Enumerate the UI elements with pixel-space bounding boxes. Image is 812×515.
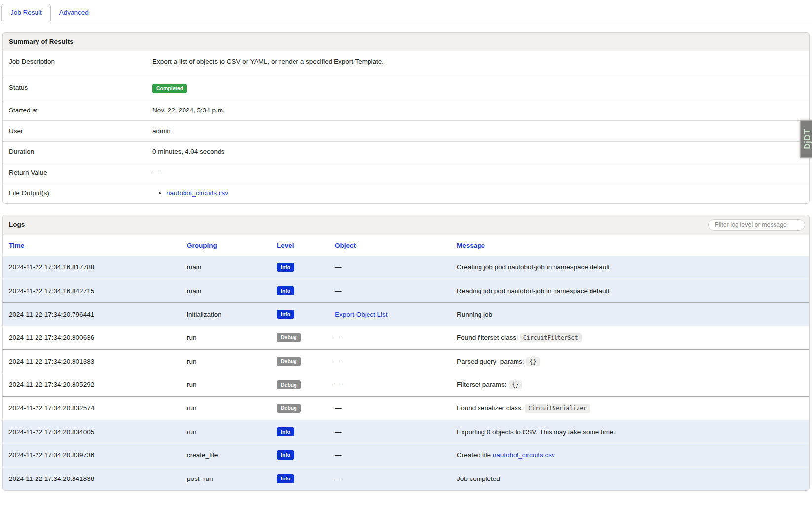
log-message: Job completed (451, 467, 809, 490)
log-time: 2024-11-22 17:34:20.832574 (3, 397, 181, 420)
summary-row-started-at: Started at Nov. 22, 2024, 5:34 p.m. (3, 100, 809, 121)
logs-panel: Logs Time Grouping Level Object Message … (2, 215, 810, 491)
log-message: Creating job pod nautobot-job in namespa… (451, 256, 809, 279)
log-row: 2024-11-22 17:34:16.842715 main Info — R… (3, 279, 809, 303)
log-level-badge: Debug (277, 404, 301, 413)
log-time: 2024-11-22 17:34:20.800636 (3, 326, 181, 350)
log-row: 2024-11-22 17:34:20.805292 run Debug — F… (3, 373, 809, 397)
summary-row-return-value: Return Value — (3, 162, 809, 183)
column-header-level[interactable]: Level (277, 242, 294, 249)
summary-row-file-outputs: File Output(s) nautobot_circuits.csv (3, 183, 809, 203)
log-object: — (329, 373, 451, 397)
log-row: 2024-11-22 17:34:16.817788 main Info — C… (3, 256, 809, 279)
tab-advanced[interactable]: Advanced (51, 4, 97, 21)
log-level-badge: Info (277, 427, 294, 437)
log-object: — (329, 420, 451, 443)
log-level-badge: Debug (277, 357, 301, 366)
duration-value: 0 minutes, 4.04 seconds (152, 148, 803, 155)
djdt-toolbar-handle[interactable]: DjDT (800, 120, 812, 158)
summary-row-duration: Duration 0 minutes, 4.04 seconds (3, 142, 809, 162)
log-level-badge: Debug (277, 333, 301, 342)
log-message: Found serializer class:CircuitSerializer (451, 397, 809, 420)
summary-label: Started at (9, 107, 152, 114)
log-time: 2024-11-22 17:34:20.805292 (3, 373, 181, 397)
log-message-code: CircuitSerializer (525, 404, 590, 413)
log-level-badge: Info (277, 474, 294, 483)
log-time: 2024-11-22 17:34:20.834005 (3, 420, 181, 443)
log-grouping: run (181, 373, 271, 397)
summary-label: File Output(s) (9, 189, 152, 197)
log-grouping: run (181, 397, 271, 420)
log-grouping: create_file (181, 443, 271, 467)
column-header-grouping[interactable]: Grouping (187, 242, 217, 249)
logs-panel-header: Logs (3, 215, 809, 235)
log-grouping: main (181, 256, 271, 279)
summary-label: User (9, 127, 152, 135)
status-badge: Completed (152, 84, 187, 93)
summary-label: Return Value (9, 169, 152, 176)
log-level-badge: Info (277, 310, 294, 319)
log-object: — (329, 256, 451, 279)
summary-row-user: User admin (3, 121, 809, 142)
summary-label: Duration (9, 148, 152, 155)
log-row: 2024-11-22 17:34:20.834005 run Info — Ex… (3, 420, 809, 443)
column-header-object[interactable]: Object (335, 242, 356, 249)
log-object: — (329, 397, 451, 420)
log-object: — (329, 349, 451, 373)
log-row: 2024-11-22 17:34:20.801383 run Debug — P… (3, 349, 809, 373)
logs-panel-title: Logs (9, 221, 25, 228)
log-object: — (329, 443, 451, 467)
log-message: Running job (451, 302, 809, 326)
log-grouping: run (181, 349, 271, 373)
log-row: 2024-11-22 17:34:20.839736 create_file I… (3, 443, 809, 467)
log-row: 2024-11-22 17:34:20.832574 run Debug — F… (3, 397, 809, 420)
log-level-badge: Info (277, 450, 294, 460)
log-grouping: run (181, 420, 271, 443)
logs-table-header-row: Time Grouping Level Object Message (3, 235, 809, 256)
log-grouping: post_run (181, 467, 271, 490)
column-header-message[interactable]: Message (457, 242, 485, 249)
log-object: — (329, 467, 451, 490)
tab-bar: Job Result Advanced (0, 0, 812, 21)
log-time: 2024-11-22 17:34:20.801383 (3, 349, 181, 373)
summary-label: Status (9, 84, 152, 93)
log-grouping: initialization (181, 302, 271, 326)
log-object: — (329, 279, 451, 303)
summary-panel-title: Summary of Results (3, 33, 809, 51)
log-message: Exporting 0 objects to CSV. This may tak… (451, 420, 809, 443)
log-message: Parsed query_params:{} (451, 349, 809, 373)
log-level-badge: Debug (277, 380, 301, 390)
log-message: Filterset params:{} (451, 373, 809, 397)
tab-job-result[interactable]: Job Result (1, 4, 51, 21)
log-message-code: CircuitFilterSet (520, 333, 582, 342)
log-message: Found filterset class:CircuitFilterSet (451, 326, 809, 350)
djdt-label: DjDT (803, 129, 812, 149)
log-time: 2024-11-22 17:34:20.796441 (3, 302, 181, 326)
return-value: — (152, 169, 803, 176)
log-time: 2024-11-22 17:34:20.839736 (3, 443, 181, 467)
log-time: 2024-11-22 17:34:16.817788 (3, 256, 181, 279)
log-level-badge: Info (277, 263, 294, 272)
log-row: 2024-11-22 17:34:20.796441 initializatio… (3, 302, 809, 326)
log-row: 2024-11-22 17:34:20.800636 run Debug — F… (3, 326, 809, 350)
summary-label: Job Description (9, 58, 152, 65)
summary-row-status: Status Completed (3, 77, 809, 100)
log-message-file-link[interactable]: nautobot_circuits.csv (493, 451, 555, 459)
log-grouping: run (181, 326, 271, 350)
job-description-value: Export a list of objects to CSV or YAML,… (152, 58, 803, 65)
log-grouping: main (181, 279, 271, 303)
log-time: 2024-11-22 17:34:16.842715 (3, 279, 181, 303)
file-output-link[interactable]: nautobot_circuits.csv (166, 189, 228, 197)
summary-row-job-description: Job Description Export a list of objects… (3, 51, 809, 77)
column-header-time[interactable]: Time (9, 242, 24, 249)
user-value: admin (152, 127, 803, 135)
started-at-value: Nov. 22, 2024, 5:34 p.m. (152, 107, 803, 114)
log-message: Created file nautobot_circuits.csv (451, 443, 809, 467)
log-object-link[interactable]: Export Object List (335, 311, 388, 318)
logs-table: Time Grouping Level Object Message 2024-… (3, 235, 809, 490)
log-filter-input[interactable] (708, 219, 805, 231)
log-time: 2024-11-22 17:34:20.841836 (3, 467, 181, 490)
log-message-code: {} (509, 380, 522, 389)
file-output-list: nautobot_circuits.csv (152, 189, 803, 197)
file-output-item: nautobot_circuits.csv (166, 189, 803, 197)
